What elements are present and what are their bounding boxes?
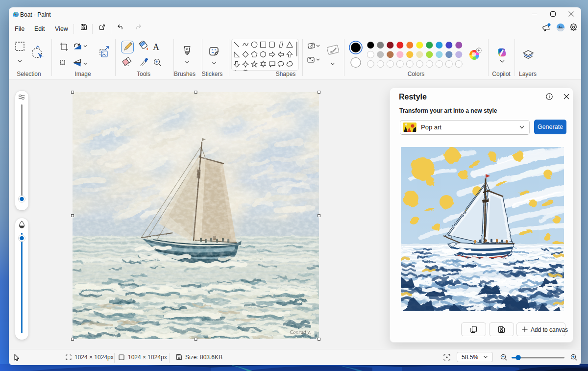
svg-text:A: A	[153, 42, 159, 52]
